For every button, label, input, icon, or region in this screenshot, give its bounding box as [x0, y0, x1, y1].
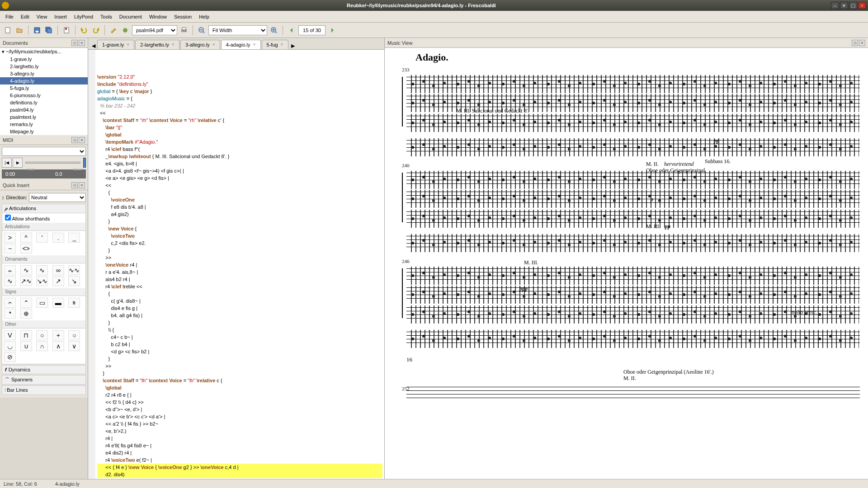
doc-item[interactable]: psalm94.ly — [0, 106, 88, 113]
panel-float-icon[interactable]: ◇ — [71, 182, 78, 188]
save-icon[interactable] — [32, 25, 42, 35]
trill-icon[interactable]: 𝆗 — [4, 265, 16, 275]
tab-close-icon[interactable]: × — [127, 42, 132, 47]
zoom-select[interactable]: Fit Width — [208, 25, 267, 35]
zoomout-icon[interactable] — [197, 25, 207, 35]
tab-close-icon[interactable]: × — [212, 42, 218, 47]
fermata-icon[interactable]: 𝄐 — [4, 298, 16, 308]
midi-rewind-icon[interactable]: |◀ — [2, 158, 12, 168]
engrave-icon[interactable] — [108, 25, 118, 35]
rtoe-icon[interactable]: ∨ — [68, 341, 80, 351]
menu-view[interactable]: View — [33, 13, 51, 21]
articulations-toggle[interactable]: 𝆏Articulations — [2, 204, 85, 213]
shortfermata-icon[interactable]: ⌃ — [20, 298, 32, 308]
tab-close-icon[interactable]: × — [281, 42, 286, 47]
dynamics-toggle[interactable]: fDynamics — [2, 366, 85, 374]
editor-tab[interactable]: 2-larghetto.ly× — [135, 40, 179, 49]
doc-item[interactable]: 6-piumosso.ly — [0, 92, 88, 99]
midi-play-icon[interactable]: ▶ — [13, 158, 23, 168]
minimize-button[interactable]: – — [831, 2, 839, 9]
editor-tab[interactable]: 5-fug× — [262, 40, 288, 49]
midi-output-select[interactable] — [2, 147, 86, 156]
doc-item[interactable]: definitions.ly — [0, 99, 88, 106]
prall-icon[interactable]: ∿ — [20, 265, 32, 275]
panel-close-icon[interactable]: × — [79, 137, 85, 143]
nextpage-icon[interactable] — [327, 25, 337, 35]
espressivo-icon[interactable]: <> — [20, 244, 32, 253]
segno-icon[interactable]: 𝄋 — [68, 298, 80, 308]
direction-select[interactable]: Neutral — [29, 193, 86, 202]
longfermata-icon[interactable]: ▭ — [36, 298, 48, 308]
doc-item[interactable]: 3-allegro.ly — [0, 70, 88, 77]
halfopen-icon[interactable]: ⊘ — [4, 352, 16, 362]
doc-item[interactable]: psalmtext.ly — [0, 113, 88, 121]
lheel-icon[interactable]: ∪ — [20, 341, 32, 351]
stopped-icon[interactable]: + — [52, 330, 64, 340]
menu-window[interactable]: Window — [146, 13, 170, 21]
code-editor[interactable]: \version "2.12.0"\include "definitions.l… — [88, 50, 384, 479]
doc-item[interactable]: titlepage.ly — [0, 128, 88, 135]
tab-close-icon[interactable]: × — [172, 42, 177, 47]
staccato-icon[interactable]: . — [52, 233, 64, 243]
spanners-toggle[interactable]: ⏜Spanners — [2, 375, 85, 384]
print-icon[interactable] — [179, 25, 189, 35]
tenuto-icon[interactable]: − — [4, 244, 16, 253]
menu-insert[interactable]: Insert — [51, 13, 71, 21]
tab-close-icon[interactable]: × — [253, 42, 259, 47]
new-icon[interactable] — [3, 25, 13, 35]
page-input[interactable] — [298, 25, 326, 35]
tab-scroll-left-icon[interactable]: ◀ — [90, 42, 97, 49]
menu-document[interactable]: Document — [116, 13, 146, 21]
music-view[interactable]: Adagio.233M. III. Salicional und Gedackt… — [385, 48, 868, 479]
midi-position-slider[interactable] — [25, 162, 80, 164]
thumb-icon[interactable]: ◡ — [4, 341, 16, 351]
editor-tab[interactable]: 3-allegro.ly× — [180, 40, 220, 49]
prallprall-icon[interactable]: ∿∿ — [68, 265, 80, 275]
doc-item[interactable]: 1-grave.ly — [0, 56, 88, 63]
flageolet-icon[interactable]: ○ — [68, 330, 80, 340]
menu-help[interactable]: Help — [195, 13, 213, 21]
doc-root[interactable]: ▾ ~/ly/lilymusic/reubke/ps... — [0, 48, 88, 56]
doc-item[interactable]: 4-adagio.ly — [0, 77, 88, 84]
menu-file[interactable]: File — [2, 13, 17, 21]
panel-float-icon[interactable]: ◇ — [71, 137, 78, 143]
upprall-icon[interactable]: ↗∿ — [20, 276, 32, 286]
varcoda-icon[interactable]: ⊕ — [20, 309, 32, 319]
menu-tools[interactable]: Tools — [97, 13, 116, 21]
ltoe-icon[interactable]: ∧ — [52, 341, 64, 351]
open-icon[interactable]: ○ — [36, 330, 48, 340]
verylongfermata-icon[interactable]: ▬ — [52, 298, 64, 308]
downmordent-icon[interactable]: ↘ — [68, 276, 80, 286]
menu-edit[interactable]: Edit — [17, 13, 33, 21]
maximize-button[interactable]: ▢ — [849, 2, 857, 9]
barlines-toggle[interactable]: 𝄀Bar Lines — [2, 386, 85, 394]
accent-icon[interactable]: > — [4, 233, 16, 243]
redo-icon[interactable] — [91, 25, 101, 35]
allow-shorthands-checkbox[interactable]: Allow shorthands — [5, 216, 50, 221]
doc-item[interactable]: 5-fuga.ly — [0, 84, 88, 92]
turn-icon[interactable]: ∞ — [52, 265, 64, 275]
undo-icon[interactable] — [79, 25, 89, 35]
downprall-icon[interactable]: ↘∿ — [36, 276, 48, 286]
open-icon[interactable] — [14, 25, 24, 35]
portato-icon[interactable]: _ — [68, 233, 80, 243]
doc-item[interactable]: remarks.ly — [0, 121, 88, 128]
zoomin-icon[interactable] — [269, 25, 279, 35]
upmordent-icon[interactable]: ↗ — [52, 276, 64, 286]
mordent-icon[interactable]: ∿ — [36, 265, 48, 275]
upbow-icon[interactable]: V — [4, 330, 16, 340]
pdf-select[interactable]: psalm94.pdf — [132, 25, 177, 35]
menu-session[interactable]: Session — [170, 13, 195, 21]
panel-close-icon[interactable]: × — [79, 40, 85, 46]
close-file-icon[interactable] — [61, 25, 71, 35]
rheel-icon[interactable]: ∩ — [36, 341, 48, 351]
prallmordent-icon[interactable]: ∿ — [4, 276, 16, 286]
coda-icon[interactable]: 𝄌 — [4, 309, 16, 319]
marcato-icon[interactable]: ^ — [20, 233, 32, 243]
lilypond-icon[interactable] — [120, 25, 130, 35]
editor-tab[interactable]: 4-adagio.ly× — [221, 40, 261, 49]
panel-close-icon[interactable]: × — [859, 40, 865, 46]
prevpage-icon[interactable] — [287, 25, 297, 35]
panel-close-icon[interactable]: × — [79, 182, 85, 188]
tab-scroll-right-icon[interactable]: ▶ — [289, 42, 297, 49]
